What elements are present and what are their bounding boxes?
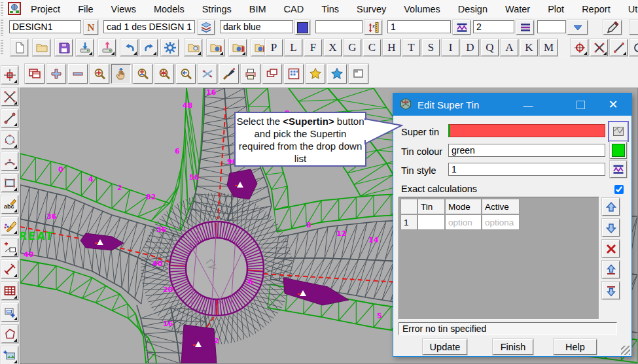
resize-grip[interactable] xyxy=(621,346,630,355)
tool-copy-window-button[interactable] xyxy=(1,303,18,322)
tool-create-circle-button[interactable] xyxy=(1,131,18,149)
tin-style-button[interactable] xyxy=(610,161,627,178)
snap-letter-d-button[interactable]: D xyxy=(461,39,479,56)
snap-point-button[interactable] xyxy=(571,39,588,56)
folder-functions-2-button[interactable] xyxy=(229,39,247,56)
view-zoom-in-button[interactable] xyxy=(46,64,66,84)
finish-button[interactable]: Finish xyxy=(493,339,533,355)
snap-letter-h-button[interactable]: H xyxy=(383,39,400,56)
view-plot-button[interactable] xyxy=(241,64,260,84)
height-input[interactable] xyxy=(315,20,363,33)
settings-gear-button[interactable] xyxy=(161,39,179,56)
view-copy-view-button[interactable] xyxy=(262,64,282,84)
snap-letter-a-button[interactable]: A xyxy=(501,39,518,56)
column-header-tin[interactable]: Tin xyxy=(417,199,445,214)
minimize-button[interactable]: — xyxy=(515,93,541,116)
close-button[interactable]: ✕ xyxy=(600,93,626,116)
view-new-view-button[interactable] xyxy=(349,64,368,84)
super-tin-input[interactable] xyxy=(448,124,605,137)
tin-colour-input[interactable] xyxy=(448,144,605,157)
view-favourites-blue-button[interactable] xyxy=(327,64,347,84)
project-folder-button[interactable] xyxy=(185,39,202,56)
row-up-button[interactable] xyxy=(602,198,620,216)
z-height-button[interactable]: z xyxy=(364,20,382,35)
tin-dropdown-button[interactable] xyxy=(567,20,588,35)
view-views-menu-button[interactable] xyxy=(25,64,44,84)
menu-strings[interactable]: Strings xyxy=(202,4,232,14)
menu-project[interactable]: Project xyxy=(31,4,60,14)
clipped-button[interactable] xyxy=(629,20,638,35)
template-input[interactable] xyxy=(103,20,195,33)
view-cancel-redraw-button[interactable] xyxy=(198,64,217,84)
tin-input[interactable] xyxy=(537,20,566,33)
snap-letter-k-button[interactable]: K xyxy=(520,39,538,56)
toolbar-grip[interactable] xyxy=(1,40,3,56)
super-tin-picker-button[interactable] xyxy=(608,121,629,142)
snap-letter-l-button[interactable]: L xyxy=(285,39,302,56)
exact-calculations-checkbox[interactable] xyxy=(614,185,624,194)
save-button[interactable] xyxy=(55,39,73,56)
menu-survey[interactable]: Survey xyxy=(357,4,386,14)
tool-create-label-button[interactable] xyxy=(1,239,18,257)
menu-tins[interactable]: Tins xyxy=(321,4,339,14)
view-favourites-yellow-button[interactable] xyxy=(306,64,325,84)
tin-table[interactable]: Tin Mode Active 1 option optiona xyxy=(399,197,599,320)
dialog-title-bar[interactable]: 12d Edit Super Tin xyxy=(393,93,631,116)
menu-volumes[interactable]: Volumes xyxy=(404,4,440,14)
update-button[interactable]: Update xyxy=(423,339,467,355)
app-icon[interactable] xyxy=(8,2,22,16)
cell-tin[interactable] xyxy=(417,214,445,230)
snap-circle-button[interactable] xyxy=(629,39,638,56)
row-insert-above-button[interactable] xyxy=(602,261,620,278)
view-redraw-button[interactable] xyxy=(219,64,239,84)
view-zoom-plus-minus-button[interactable] xyxy=(133,64,152,84)
snap-letter-x-button[interactable]: X xyxy=(324,39,342,56)
folder-functions-1-button[interactable] xyxy=(207,39,224,56)
menu-views[interactable]: Views xyxy=(111,4,136,14)
tin-style-input[interactable] xyxy=(448,163,605,176)
cell-mode[interactable]: option xyxy=(445,214,482,230)
layers-icon-button[interactable] xyxy=(198,20,215,35)
view-view-grid-button[interactable] xyxy=(284,64,304,84)
view-pan-button[interactable] xyxy=(111,64,131,84)
snap-letter-m-button[interactable]: M xyxy=(540,39,558,56)
snap-letter-g-button[interactable]: G xyxy=(344,39,361,56)
open-file-button[interactable] xyxy=(33,39,50,56)
snap-letter-s-button[interactable]: S xyxy=(422,39,440,56)
toolbar-grip[interactable] xyxy=(1,2,3,16)
column-header-active[interactable]: Active xyxy=(482,199,520,214)
undo-button[interactable] xyxy=(120,39,138,56)
weight-input[interactable] xyxy=(473,20,514,33)
view-zoom-centre-button[interactable] xyxy=(154,64,174,84)
column-header-mode[interactable]: Mode xyxy=(445,199,482,214)
cell-active[interactable]: optiona xyxy=(482,214,520,230)
snap-letter-i-button[interactable]: I xyxy=(442,39,459,56)
toolbar-grip[interactable] xyxy=(1,20,3,36)
colour-swatch-button[interactable] xyxy=(295,20,310,35)
row-header-1[interactable]: 1 xyxy=(400,214,417,230)
tool-create-text-button[interactable]: abc xyxy=(1,195,18,214)
snap-letter-p-button[interactable]: P xyxy=(265,39,283,56)
linetype-button[interactable] xyxy=(516,20,534,35)
menu-design[interactable]: Design xyxy=(458,4,487,14)
tin-style-pick-button[interactable] xyxy=(453,20,470,35)
tool-snap-target-button[interactable] xyxy=(1,66,18,84)
tool-create-arc-button[interactable] xyxy=(1,152,18,171)
new-file-button[interactable] xyxy=(10,39,28,56)
menu-cad[interactable]: CAD xyxy=(284,4,304,14)
colour-input[interactable] xyxy=(220,20,293,33)
view-zoom-previous-button[interactable] xyxy=(176,64,196,84)
export-button[interactable] xyxy=(98,39,116,56)
view-zoom-out-button[interactable] xyxy=(68,64,88,84)
snap-letter-t-button[interactable]: T xyxy=(402,39,420,56)
row-delete-button[interactable] xyxy=(602,240,620,257)
tool-snap-points-button[interactable] xyxy=(1,88,18,106)
menu-report[interactable]: Report xyxy=(582,4,611,14)
tool-create-rectangle-button[interactable] xyxy=(1,174,18,192)
model-n-button[interactable]: N xyxy=(84,20,98,35)
tool-image-move-button[interactable] xyxy=(1,346,18,364)
tool-edit-symbol-button[interactable] xyxy=(1,217,18,235)
tin-colour-swatch-button[interactable] xyxy=(610,142,627,159)
view-zoom-extents-button[interactable] xyxy=(90,64,109,84)
snap-letter-c-button[interactable]: C xyxy=(363,39,381,56)
